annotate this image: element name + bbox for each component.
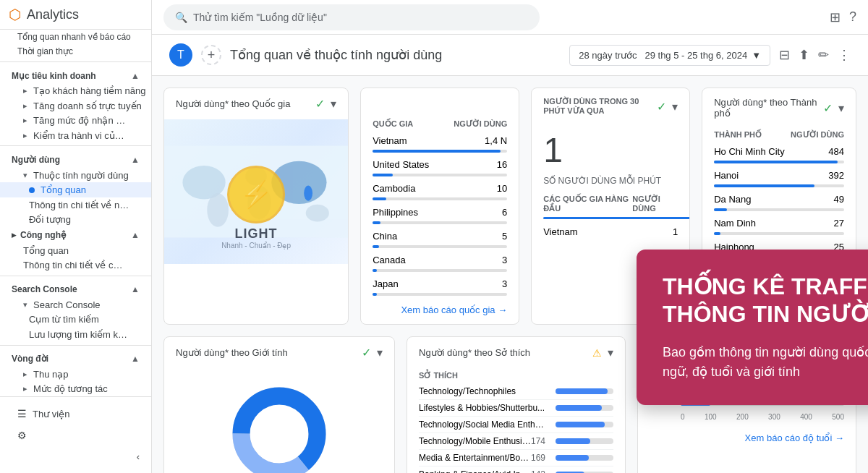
interest-bar-fill <box>556 455 589 461</box>
sidebar-item-online-sales[interactable]: ▸Tăng doanh số trực tuyến <box>0 98 151 113</box>
sidebar-item-library[interactable]: ☰ Thư viện <box>0 403 151 425</box>
country-bar-fill <box>373 174 393 176</box>
sidebar-item-audience-detail[interactable]: Thông tin chi tiết về nhân k... <box>0 197 151 212</box>
topbar: 🔍 Thử tìm kiếm "Luồng dữ liệu" ⊞ ? <box>152 0 868 35</box>
country-bar-bg <box>373 293 507 296</box>
sidebar-item-realtime[interactable]: Thời gian thực <box>0 44 151 59</box>
sidebar-item-tech-detail[interactable]: Thông tin chi tiết về công ... <box>0 257 151 272</box>
country-row: Philippines6 <box>361 203 519 221</box>
interest-bar-container <box>556 422 613 427</box>
sidebar-section-business[interactable]: Mục tiêu kinh doanh ▲ <box>0 65 151 84</box>
apps-icon[interactable]: ⊞ <box>830 9 841 25</box>
age-x-0: 0 <box>681 413 685 421</box>
view-age-report[interactable]: Xem báo cáo độ tuổi → <box>638 427 856 452</box>
interest-bar-container <box>556 455 613 461</box>
country-col-headers: QUỐC GIA NGƯỜI DÙNG <box>361 116 519 132</box>
search-bar[interactable]: 🔍 Thử tìm kiếm "Luồng dữ liệu" <box>163 4 540 30</box>
settings-icon: ⚙ <box>17 430 27 441</box>
share-icon[interactable]: ⬆ <box>799 47 809 63</box>
gender-title: Người dùng* theo Giới tính <box>176 347 288 358</box>
help-icon[interactable]: ? <box>849 9 856 25</box>
age-x-400: 400 <box>800 413 812 421</box>
sidebar-item-tech-overview[interactable]: Tổng quan <box>0 243 151 257</box>
city-name: Nam Dinh <box>714 218 756 229</box>
gender-check-icon: ✓ <box>362 346 371 359</box>
live-title: NGƯỜI DÙNG TRONG 30 PHÚT VỪA QUA <box>543 97 657 116</box>
country-name: China <box>373 231 397 242</box>
interest-row: Technology/Technophiles <box>419 383 613 400</box>
interest-dropdown[interactable]: ▾ <box>608 346 613 359</box>
add-view-button[interactable]: + <box>201 45 221 65</box>
customize-icon[interactable]: ✏ <box>818 47 829 63</box>
sidebar-collapse-btn[interactable]: ‹ <box>0 446 151 467</box>
collapse-icon: ‹ <box>137 451 140 462</box>
card-country-title: Người dùng* theo Quốc gia <box>176 98 290 109</box>
sidebar-item-audience-segment[interactable]: Đối tượng <box>0 212 151 226</box>
age-x-300: 300 <box>768 413 780 421</box>
sidebar-section-search-console[interactable]: Search Console ▲ <box>0 278 151 297</box>
chevron-up-icon: ▲ <box>131 71 140 81</box>
sidebar-item-overview-quick[interactable]: Tổng quan nhanh về báo cáo <box>0 30 151 44</box>
search-icon: 🔍 <box>175 12 187 23</box>
country-value: 3 <box>502 278 507 289</box>
country-row: Canada3 <box>361 251 519 269</box>
city-bar-fill <box>714 184 814 187</box>
sidebar-item-engagement[interactable]: ▸ Mức độ tương tác <box>0 382 151 396</box>
date-range-picker[interactable]: 28 ngày trước 29 thg 5 - 25 thg 6, 2024 … <box>569 45 770 66</box>
sidebar-item-search-traffic[interactable]: Lưu lượng tìm kiếm không ... <box>0 327 151 341</box>
live-dropdown[interactable]: ▾ <box>672 100 678 114</box>
sidebar-item-settings[interactable]: ⚙ <box>0 425 151 446</box>
date-range-label: 28 ngày trước 29 thg 5 - 25 thg 6, 2024 <box>579 50 747 61</box>
sidebar-item-acquisition[interactable]: ▸ Thu nạp <box>0 367 151 381</box>
city-bar-bg <box>714 232 844 235</box>
live-section: CÁC QUỐC GIA HÀNG ĐẦU NGƯỜI DÙNG <box>532 192 689 216</box>
city-card-header: Người dùng* theo Thành phố ✓ ▾ <box>702 88 856 127</box>
sidebar-item-overview[interactable]: Tổng quan <box>0 182 151 197</box>
interest-bar-container <box>556 388 613 394</box>
country-bar-bg <box>373 245 507 248</box>
interest-row: Media & Entertainment/Book Lovers 169 <box>419 450 613 466</box>
lightning-sub: Nhanh - Chuẩn - Đẹp <box>221 242 291 250</box>
city-check-icon: ✓ <box>823 101 833 115</box>
view-country-report[interactable]: Xem báo cáo quốc gia → <box>361 299 519 324</box>
lightning-brand: LIGHT <box>221 226 291 242</box>
interest-bar-fill <box>556 388 608 394</box>
sidebar-section-users[interactable]: Người dùng ▲ <box>0 149 151 168</box>
more-icon[interactable]: ⋮ <box>838 47 851 63</box>
compare-icon[interactable]: ⊟ <box>779 47 790 63</box>
sidebar: ⬡ Analytics Tổng quan nhanh về báo cáo T… <box>0 0 152 473</box>
overlay-subtitle: Bao gồm thông tin người dùng quốc gia, l… <box>663 343 868 382</box>
age-x-axis: 0 100 200 300 400 500 <box>650 410 844 421</box>
sidebar-item-brand-awareness[interactable]: ▸Tăng mức độ nhận biết thương... <box>0 114 151 128</box>
search-placeholder: Thử tìm kiếm "Luồng dữ liệu" <box>193 12 327 23</box>
sidebar-item-lead-gen[interactable]: ▸Tạo khách hàng tiềm năng <box>0 84 151 98</box>
interest-bar-container <box>556 405 613 411</box>
live-header-actions: ✓ ▾ <box>657 100 678 114</box>
country-bar-bg <box>373 269 507 272</box>
country-name: Cambodia <box>373 183 415 194</box>
city-name: Ho Chi Minh City <box>714 146 785 157</box>
gender-dropdown[interactable]: ▾ <box>377 346 383 359</box>
sidebar-item-user-attributes[interactable]: ▾ Thuộc tính người dùng <box>0 168 151 182</box>
interest-row: Banking & Finance/Avid Investors 143 <box>419 466 613 473</box>
city-value: 484 <box>828 146 844 157</box>
sidebar-section-tech[interactable]: ▸ Công nghệ ▲ <box>0 227 151 243</box>
city-dropdown[interactable]: ▾ <box>838 101 844 115</box>
sidebar-item-search-console[interactable]: ▾ Search Console <box>0 297 151 312</box>
live-bar-vietnam <box>543 217 690 219</box>
country-bar-fill <box>373 245 379 248</box>
main-content: 🔍 Thử tìm kiếm "Luồng dữ liệu" ⊞ ? T + T… <box>152 0 868 473</box>
age-x-100: 100 <box>705 413 717 421</box>
sidebar-section-lifecycle[interactable]: Vòng đời ▲ <box>0 348 151 367</box>
interest-name: Media & Entertainment/Book Lovers <box>419 453 531 463</box>
sidebar-item-search-terms[interactable]: Cụm từ tìm kiếm <box>0 312 151 327</box>
sidebar-item-behavior[interactable]: ▸Kiểm tra hành vi của người dù... <box>0 128 151 142</box>
check-icon: ✓ <box>315 97 325 111</box>
interest-name: Banking & Finance/Avid Investors <box>419 469 531 473</box>
live-country-value: 1 <box>673 226 678 237</box>
card-dropdown-icon[interactable]: ▾ <box>331 97 336 111</box>
interest-name: Technology/Technophiles <box>419 386 516 396</box>
city-row: Ho Chi Minh City484 <box>702 142 856 161</box>
avatar: T <box>169 43 192 67</box>
content-area: T + Tổng quan về thuộc tính người dùng 2… <box>152 35 868 473</box>
